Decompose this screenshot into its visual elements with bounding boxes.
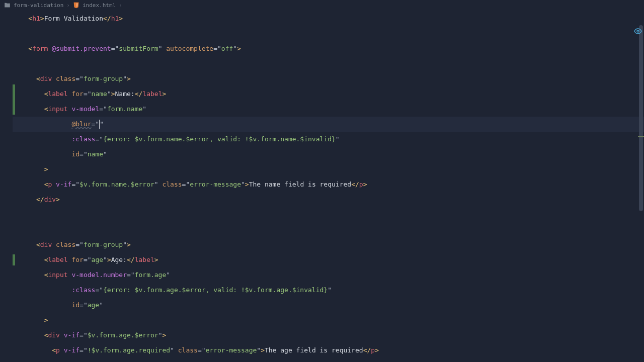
chevron-right-icon: › — [119, 2, 122, 9]
code-line[interactable]: <div v-if="$v.form.age.$error"> — [13, 328, 644, 343]
chevron-right-icon: › — [66, 2, 70, 9]
code-line[interactable] — [13, 222, 644, 237]
code-line[interactable]: <label for="age">Age:</label> — [13, 252, 644, 267]
code-line[interactable]: > — [13, 313, 644, 328]
code-line[interactable]: id="age" — [13, 298, 644, 313]
breadcrumb-folder[interactable]: form-validation — [14, 2, 63, 9]
html-file-icon — [73, 2, 79, 9]
code-line[interactable]: <div class="form-group"> — [13, 71, 644, 86]
code-editor[interactable]: <h1>Form Validation</h1> <form @submit.p… — [0, 10, 644, 362]
code-line[interactable]: > — [13, 162, 644, 177]
code-line[interactable]: <p v-else-if="!$v.form.age.integer" clas… — [13, 358, 644, 362]
code-line[interactable]: </div> — [13, 192, 644, 207]
code-line[interactable]: <form @submit.prevent="submitForm" autoc… — [13, 41, 644, 56]
code-line[interactable]: :class="{error: $v.form.age.$error, vali… — [13, 283, 644, 298]
code-line[interactable]: <p v-if="$v.form.name.$error" class="err… — [13, 177, 644, 192]
code-line[interactable]: <input v-model.number="form.age" — [13, 267, 644, 283]
code-line[interactable] — [13, 56, 644, 71]
code-line[interactable] — [13, 207, 644, 222]
minimap-region-marker[interactable] — [638, 136, 644, 137]
code-line-current[interactable]: @blur="" — [13, 117, 644, 132]
breadcrumb-file[interactable]: index.html — [83, 2, 116, 9]
eye-icon[interactable] — [634, 28, 642, 36]
code-line[interactable]: <p v-if="!$v.form.age.required" class="e… — [13, 343, 644, 358]
vertical-scrollbar[interactable] — [639, 25, 643, 211]
text-cursor — [99, 120, 100, 129]
svg-point-0 — [637, 30, 639, 32]
gutter-change-marker — [13, 254, 15, 265]
code-line[interactable]: <h1>Form Validation</h1> — [13, 11, 644, 26]
breadcrumb[interactable]: form-validation › index.html › — [0, 0, 644, 10]
code-line[interactable]: <label for="name">Name:</label> — [13, 86, 644, 102]
code-line[interactable]: <input v-model="form.name" — [13, 102, 644, 117]
folder-icon — [4, 2, 11, 9]
code-line[interactable]: :class="{error: $v.form.name.$error, val… — [13, 132, 644, 147]
text-content: Form Validation — [44, 15, 103, 22]
code-line[interactable] — [13, 26, 644, 41]
code-line[interactable]: id="name" — [13, 147, 644, 162]
code-line[interactable]: <div class="form-group"> — [13, 237, 644, 252]
